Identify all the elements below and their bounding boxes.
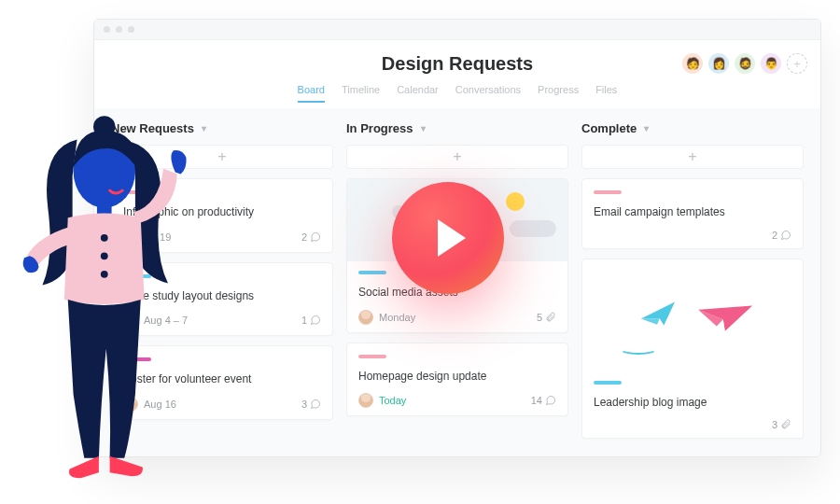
card-date: Monday	[379, 312, 415, 323]
member-avatars: 🧑 👩 🧔 👨 +	[682, 53, 807, 74]
traffic-light-dot	[128, 26, 134, 33]
card-meta[interactable]: 14	[531, 395, 556, 406]
add-card-button[interactable]: +	[581, 145, 804, 169]
column-header[interactable]: Complete▾	[581, 121, 804, 135]
board-column: Complete▾+Email campaign templates2Leade…	[581, 121, 804, 448]
svg-point-5	[101, 271, 108, 278]
avatar[interactable]: 👨	[761, 53, 781, 74]
task-card[interactable]: Email campaign templates2	[581, 178, 804, 249]
tab-files[interactable]: Files	[595, 84, 617, 103]
assignee-avatar[interactable]	[358, 393, 373, 408]
card-meta[interactable]: 3	[301, 399, 321, 410]
play-icon	[438, 219, 466, 257]
avatar[interactable]: 👩	[708, 53, 729, 74]
svg-point-1	[93, 116, 115, 137]
card-title: Email campaign templates	[594, 205, 791, 220]
traffic-light-dot	[104, 26, 110, 33]
card-cover-image	[582, 259, 803, 371]
view-tabs: BoardTimelineCalendarConversationsProgre…	[94, 84, 820, 103]
chevron-down-icon: ▾	[421, 123, 426, 133]
column-title: Complete	[581, 121, 637, 135]
card-meta[interactable]: 5	[537, 312, 556, 323]
card-footer: 2	[594, 230, 791, 241]
svg-point-4	[101, 252, 108, 259]
card-meta[interactable]: 2	[772, 230, 791, 241]
card-meta[interactable]: 1	[301, 315, 321, 326]
card-title: Homepage design update	[358, 370, 556, 385]
chevron-down-icon: ▾	[644, 123, 649, 133]
play-video-button[interactable]	[392, 182, 504, 294]
card-tag	[594, 381, 622, 385]
card-footer: Monday5	[358, 310, 556, 325]
card-date: Today	[379, 395, 406, 406]
traffic-light-dot	[116, 26, 122, 33]
task-card[interactable]: Homepage design updateToday14	[346, 343, 568, 417]
add-card-button[interactable]: +	[346, 145, 568, 169]
assignee-avatar[interactable]	[358, 310, 373, 325]
tab-progress[interactable]: Progress	[538, 84, 579, 103]
column-header[interactable]: In Progress▾	[346, 121, 568, 135]
card-meta[interactable]: 3	[772, 419, 791, 430]
column-title: In Progress	[346, 121, 413, 135]
tab-board[interactable]: Board	[298, 84, 325, 103]
window-titlebar	[94, 20, 820, 40]
card-title: Leadership blog image	[594, 396, 791, 411]
card-tag	[594, 190, 622, 194]
task-card[interactable]: Leadership blog image3	[581, 259, 804, 440]
add-member-button[interactable]: +	[787, 53, 807, 74]
card-footer: 3	[594, 419, 791, 430]
card-tag	[358, 271, 386, 274]
board-header: Design Requests BoardTimelineCalendarCon…	[94, 40, 820, 108]
tab-conversations[interactable]: Conversations	[455, 84, 521, 103]
card-meta[interactable]: 2	[301, 231, 321, 243]
card-tag	[358, 355, 386, 358]
tab-timeline[interactable]: Timeline	[342, 84, 380, 103]
person-illustration	[22, 121, 204, 485]
avatar[interactable]: 🧔	[735, 53, 755, 74]
tab-calendar[interactable]: Calendar	[397, 84, 439, 103]
svg-point-3	[101, 234, 108, 242]
card-footer: Today14	[358, 393, 556, 408]
avatar[interactable]: 🧑	[682, 53, 703, 74]
